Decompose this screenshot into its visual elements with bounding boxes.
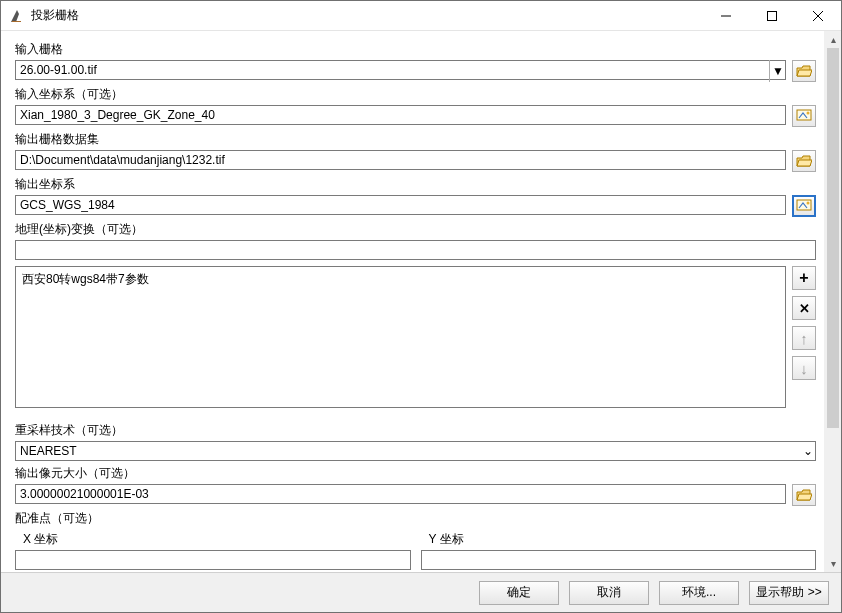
folder-open-icon <box>796 488 812 502</box>
geo-trans-listbox[interactable]: 西安80转wgs84带7参数 <box>15 266 786 408</box>
list-item[interactable]: 西安80转wgs84带7参数 <box>22 271 779 288</box>
plus-icon: + <box>799 269 808 287</box>
close-button[interactable] <box>795 1 841 30</box>
regpoint-y-field[interactable] <box>421 550 817 570</box>
add-button[interactable]: + <box>792 266 816 290</box>
show-help-button[interactable]: 显示帮助 >> <box>749 581 829 605</box>
svg-point-5 <box>807 112 810 115</box>
label-input-cs: 输入坐标系（可选） <box>15 84 816 105</box>
geo-trans-list-buttons: + ✕ ↑ ↓ <box>792 266 816 408</box>
label-output-cs: 输出坐标系 <box>15 174 816 195</box>
input-cs-browse-button[interactable] <box>792 105 816 127</box>
label-cellsize: 输出像元大小（可选） <box>15 463 816 484</box>
ok-button[interactable]: 确定 <box>479 581 559 605</box>
remove-button[interactable]: ✕ <box>792 296 816 320</box>
scroll-down-icon[interactable]: ▾ <box>825 555 841 572</box>
label-x-coord: X 坐标 <box>15 529 411 550</box>
maximize-button[interactable] <box>749 1 795 30</box>
window-title: 投影栅格 <box>31 7 703 24</box>
move-down-button[interactable]: ↓ <box>792 356 816 380</box>
cross-icon: ✕ <box>799 301 810 316</box>
minimize-button[interactable] <box>703 1 749 30</box>
coordinate-system-icon <box>796 109 812 123</box>
output-cs-field[interactable] <box>15 195 786 215</box>
label-geo-trans: 地理(坐标)变换（可选） <box>15 219 816 240</box>
browse-input-raster-button[interactable] <box>792 60 816 82</box>
move-up-button[interactable]: ↑ <box>792 326 816 350</box>
label-output-ds: 输出栅格数据集 <box>15 129 816 150</box>
input-raster-field[interactable] <box>15 60 786 80</box>
coordinate-system-icon <box>796 199 812 213</box>
window-buttons <box>703 1 841 30</box>
cancel-button[interactable]: 取消 <box>569 581 649 605</box>
svg-rect-1 <box>768 11 777 20</box>
scroll-track[interactable] <box>825 48 841 555</box>
regpoint-x-field[interactable] <box>15 550 411 570</box>
body: 输入栅格 ▼ 输入坐标系（可选） <box>1 31 841 572</box>
app-icon <box>9 8 25 24</box>
label-regpoint: 配准点（可选） <box>15 508 816 529</box>
label-input-raster: 输入栅格 <box>15 39 816 60</box>
resample-select[interactable] <box>15 441 816 461</box>
label-resample: 重采样技术（可选） <box>15 420 816 441</box>
vertical-scrollbar[interactable]: ▴ ▾ <box>824 31 841 572</box>
folder-open-icon <box>796 64 812 78</box>
input-cs-field[interactable] <box>15 105 786 125</box>
geo-trans-field[interactable] <box>15 240 816 260</box>
arrow-up-icon: ↑ <box>800 330 808 347</box>
scroll-thumb[interactable] <box>827 48 839 428</box>
browse-output-ds-button[interactable] <box>792 150 816 172</box>
svg-point-7 <box>807 202 810 205</box>
browse-cellsize-button[interactable] <box>792 484 816 506</box>
environments-button[interactable]: 环境... <box>659 581 739 605</box>
arrow-down-icon: ↓ <box>800 360 808 377</box>
form-content: 输入栅格 ▼ 输入坐标系（可选） <box>1 31 824 572</box>
output-ds-field[interactable] <box>15 150 786 170</box>
title-bar: 投影栅格 <box>1 1 841 31</box>
folder-open-icon <box>796 154 812 168</box>
dialog-window: 投影栅格 输入栅格 ▼ 输入坐标系（ <box>0 0 842 613</box>
output-cs-browse-button[interactable] <box>792 195 816 217</box>
scroll-up-icon[interactable]: ▴ <box>825 31 841 48</box>
label-y-coord: Y 坐标 <box>421 529 817 550</box>
button-bar: 确定 取消 环境... 显示帮助 >> <box>1 572 841 612</box>
cellsize-field[interactable] <box>15 484 786 504</box>
